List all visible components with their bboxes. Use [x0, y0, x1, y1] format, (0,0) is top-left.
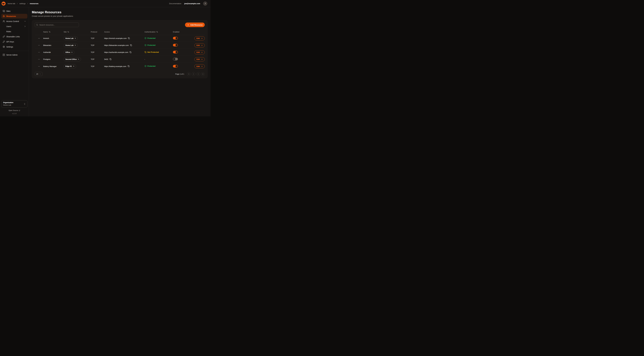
pagination-area: Page 1 of 1	[175, 72, 205, 76]
sidebar: SitesResourcesAccess ControlUsersRolesSh…	[0, 7, 29, 116]
row-menu-button[interactable]	[37, 51, 41, 54]
sidebar-item-users[interactable]: Users	[1, 24, 28, 29]
sidebar-item-access-control[interactable]: Access Control	[1, 19, 28, 24]
arrow-up-right-icon	[71, 52, 73, 53]
previous-page-button[interactable]	[192, 72, 195, 76]
sort-icon[interactable]	[68, 31, 69, 33]
header-protocol-label: Protocol	[91, 31, 97, 33]
arrow-right-icon	[201, 38, 203, 39]
external-link-icon	[19, 110, 20, 111]
sidebar-item-server-admin[interactable]: Server Admin	[1, 52, 28, 57]
copy-button[interactable]	[130, 44, 132, 46]
breadcrumb-settings[interactable]: settings	[19, 2, 26, 4]
enabled-toggle[interactable]	[173, 65, 178, 68]
search-wrap	[35, 22, 79, 27]
pangolin-logo-icon[interactable]	[1, 1, 6, 6]
arrow-right-icon	[201, 58, 203, 60]
add-resource-button[interactable]: Add Resource	[185, 22, 205, 27]
page-size-select[interactable]: 20	[35, 72, 42, 76]
open-source-link[interactable]: Open Source	[8, 110, 20, 112]
sidebar-item-api-keys[interactable]: API Keys	[1, 39, 28, 44]
chevron-down-icon	[39, 73, 41, 75]
gear-icon	[3, 46, 5, 48]
breadcrumb-org[interactable]: home-lab	[8, 2, 15, 4]
access-value: 5432	[104, 58, 108, 60]
organization-selector[interactable]: Organization Home Lab	[1, 100, 28, 108]
page-status: Page 1 of 1	[175, 73, 184, 75]
sidebar-item-roles[interactable]: Roles	[1, 29, 28, 34]
sidebar-item-resources[interactable]: Resources	[1, 14, 28, 18]
version-label: v1.3.0	[1, 113, 28, 114]
plus-icon	[187, 24, 189, 26]
toggle-knob	[176, 37, 178, 39]
toggle-knob	[173, 58, 175, 60]
copy-button[interactable]	[128, 37, 130, 40]
pager-buttons	[187, 72, 205, 76]
next-page-button[interactable]	[196, 72, 200, 76]
header-protocol: Protocol	[91, 31, 104, 33]
authentication-cell: Protected	[144, 44, 173, 46]
access-cell: https://battery.example.com	[104, 65, 144, 68]
access-value: https://authentik.example.com	[104, 51, 128, 53]
edit-button[interactable]: Edit	[194, 64, 205, 68]
site-link-button[interactable]: Office	[64, 50, 74, 54]
chevrons-up-down-icon	[24, 103, 26, 105]
site-link-label: Second Office	[66, 58, 77, 60]
sort-icon[interactable]	[49, 31, 50, 33]
auth-status-badge: -	[144, 58, 145, 60]
enabled-toggle[interactable]	[173, 58, 178, 60]
sidebar-item-shareable-links[interactable]: Shareable Links	[1, 34, 28, 39]
enabled-toggle[interactable]	[173, 51, 178, 54]
header-name-label: Name	[43, 31, 48, 33]
enabled-cell	[173, 65, 193, 68]
header-access: Access	[104, 31, 144, 33]
edit-button[interactable]: Edit	[194, 43, 205, 48]
edit-button[interactable]: Edit	[194, 57, 205, 61]
site-link-button[interactable]: Home Lab	[64, 36, 78, 40]
copy-button[interactable]	[130, 51, 132, 54]
key-icon	[3, 40, 5, 43]
site-link-button[interactable]: Home Lab	[64, 43, 78, 48]
sidebar-item-settings[interactable]: Settings	[1, 44, 28, 49]
chevron-right-icon	[24, 25, 26, 28]
protocol-value: TCP	[91, 65, 104, 68]
authentication-cell: Protected	[144, 37, 173, 40]
sidebar-footer: Open Source v1.3.0	[1, 109, 28, 114]
ellipsis-icon	[38, 65, 40, 68]
avatar[interactable]: J	[203, 2, 207, 6]
site-link-button[interactable]: Second Office	[64, 57, 81, 61]
edit-cell: Edit	[193, 57, 205, 61]
user-email[interactable]: joe@example.com	[184, 2, 200, 4]
authentication-cell: -	[144, 58, 173, 60]
copy-button[interactable]	[128, 65, 130, 68]
table-header-row: Name Site Protocol Access	[35, 29, 205, 35]
search-input[interactable]	[35, 22, 79, 27]
users-icon	[3, 20, 5, 22]
first-page-button[interactable]	[187, 72, 191, 76]
row-menu-button[interactable]	[37, 44, 41, 47]
resources-toolbar: Add Resource	[35, 22, 205, 27]
breadcrumb-resources[interactable]: resources	[30, 2, 38, 4]
documentation-link[interactable]: Documentation	[169, 2, 181, 4]
table-row: BitwardenHome LabTCPhttps://bitwarden.ex…	[35, 42, 205, 49]
copy-icon	[128, 65, 130, 67]
enabled-cell	[173, 51, 193, 54]
row-menu-button[interactable]	[37, 65, 41, 68]
shield-check-icon	[144, 44, 146, 46]
sidebar-spacer	[1, 57, 28, 100]
row-actions-cell	[35, 51, 43, 54]
copy-icon	[128, 37, 130, 39]
enabled-toggle[interactable]	[173, 37, 178, 40]
edit-button[interactable]: Edit	[194, 36, 205, 40]
sidebar-item-sites[interactable]: Sites	[1, 9, 28, 14]
enabled-toggle[interactable]	[173, 44, 178, 46]
sort-icon[interactable]	[156, 31, 158, 33]
access-cell: https://authentik.example.com	[104, 51, 144, 54]
table-body: ImmichHome LabTCPhttps://immich.example.…	[35, 35, 205, 70]
edit-button[interactable]: Edit	[194, 50, 205, 54]
site-link-button[interactable]: Edge 01	[64, 64, 76, 68]
row-menu-button[interactable]	[37, 58, 41, 61]
copy-button[interactable]	[110, 58, 112, 60]
row-menu-button[interactable]	[37, 37, 41, 40]
last-page-button[interactable]	[201, 72, 205, 76]
